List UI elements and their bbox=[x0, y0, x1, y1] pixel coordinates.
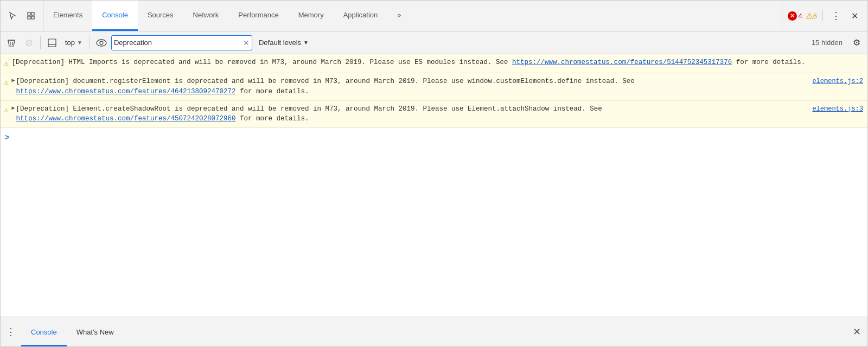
log-entry: ⚠ ▶ [Deprecation] Element.createShadowRo… bbox=[1, 101, 867, 128]
main-tabs: Elements Console Sources Network Perform… bbox=[43, 1, 782, 31]
tab-network[interactable]: Network bbox=[183, 1, 229, 31]
log-message-3: [Deprecation] Element.createShadowRoot i… bbox=[16, 104, 807, 125]
bottom-close-button[interactable]: ✕ bbox=[846, 317, 867, 346]
tab-bar: Elements Console Sources Network Perform… bbox=[1, 1, 867, 31]
tab-more[interactable]: » bbox=[387, 1, 411, 31]
hidden-count-label: 15 hidden bbox=[812, 38, 847, 47]
tab-memory[interactable]: Memory bbox=[289, 1, 334, 31]
svg-point-11 bbox=[100, 41, 103, 44]
tab-bar-left-icons bbox=[1, 1, 43, 31]
filter-clear-button[interactable]: ✕ bbox=[243, 38, 250, 47]
svg-rect-1 bbox=[31, 12, 34, 15]
expand-arrow-3[interactable]: ▶ bbox=[11, 104, 15, 112]
svg-point-10 bbox=[97, 40, 106, 46]
warning-badge[interactable]: ⚠ 6 bbox=[806, 11, 817, 21]
log-source-2[interactable]: elements.js:2 bbox=[812, 76, 863, 86]
warn-icon: ⚠ bbox=[4, 58, 8, 69]
log-entry: ⚠ [Deprecation] HTML Imports is deprecat… bbox=[1, 54, 867, 73]
svg-marker-4 bbox=[8, 41, 15, 46]
log-link-3[interactable]: https://www.chromestatus.com/features/45… bbox=[16, 115, 235, 123]
bottom-tab-whats-new[interactable]: What's New bbox=[67, 317, 124, 346]
error-badge[interactable]: ✕ 4 bbox=[788, 11, 802, 21]
log-link-1[interactable]: https://www.chromestatus.com/features/51… bbox=[512, 59, 732, 66]
filter-input[interactable] bbox=[114, 38, 241, 47]
show-drawer-icon[interactable] bbox=[44, 35, 60, 50]
console-prompt[interactable]: > bbox=[1, 128, 867, 148]
close-devtools-icon[interactable]: ✕ bbox=[847, 8, 862, 23]
tab-performance[interactable]: Performance bbox=[228, 1, 288, 31]
cursor-icon[interactable] bbox=[5, 8, 20, 23]
separator-2 bbox=[90, 36, 90, 49]
bottom-more-icon[interactable]: ⋮ bbox=[1, 317, 21, 346]
bottom-tab-console[interactable]: Console bbox=[21, 317, 67, 346]
svg-rect-2 bbox=[28, 16, 30, 19]
eye-icon[interactable] bbox=[94, 35, 109, 50]
error-circle-icon: ✕ bbox=[788, 11, 797, 21]
warn-triangle-icon: ⚠ bbox=[806, 11, 813, 21]
prompt-caret: > bbox=[5, 132, 9, 144]
tab-bar-right: ✕ 4 ⚠ 6 ⋮ ✕ bbox=[782, 1, 867, 31]
divider bbox=[822, 10, 823, 21]
console-output[interactable]: ⚠ [Deprecation] HTML Imports is deprecat… bbox=[1, 54, 867, 317]
svg-rect-0 bbox=[28, 12, 30, 15]
log-source-3[interactable]: elements.js:3 bbox=[812, 104, 863, 114]
inspect-icon[interactable] bbox=[23, 8, 39, 23]
log-message-1: [Deprecation] HTML Imports is deprecated… bbox=[11, 57, 863, 68]
separator-1 bbox=[40, 36, 41, 49]
clear-console-button[interactable] bbox=[4, 35, 19, 50]
tab-elements[interactable]: Elements bbox=[43, 1, 92, 31]
filter-input-wrapper: ✕ bbox=[111, 35, 252, 50]
warn-icon: ⚠ bbox=[4, 105, 8, 116]
context-selector[interactable]: top ▼ bbox=[62, 35, 86, 50]
svg-rect-8 bbox=[48, 39, 56, 47]
tab-console[interactable]: Console bbox=[92, 1, 138, 31]
bottom-bar: ⋮ Console What's New ✕ bbox=[1, 317, 867, 346]
settings-icon[interactable]: ⚙ bbox=[849, 35, 864, 50]
stop-icon[interactable]: ⊘ bbox=[21, 35, 36, 50]
warn-icon: ⚠ bbox=[4, 77, 8, 88]
chevron-down-icon: ▼ bbox=[77, 40, 82, 46]
log-link-2[interactable]: https://www.chromestatus.com/features/46… bbox=[16, 88, 235, 95]
console-toolbar: ⊘ top ▼ ✕ Default levels ▼ 15 hidden ⚙ bbox=[1, 31, 867, 54]
log-entry: ⚠ ▶ [Deprecation] document.registerEleme… bbox=[1, 73, 867, 101]
log-message-2: [Deprecation] document.registerElement i… bbox=[16, 76, 807, 97]
expand-arrow-2[interactable]: ▶ bbox=[11, 76, 15, 85]
levels-chevron-icon: ▼ bbox=[303, 40, 309, 46]
more-options-icon[interactable]: ⋮ bbox=[828, 8, 844, 23]
tab-application[interactable]: Application bbox=[334, 1, 388, 31]
svg-rect-3 bbox=[31, 16, 34, 19]
tab-sources[interactable]: Sources bbox=[138, 1, 183, 31]
log-levels-button[interactable]: Default levels ▼ bbox=[254, 35, 313, 50]
